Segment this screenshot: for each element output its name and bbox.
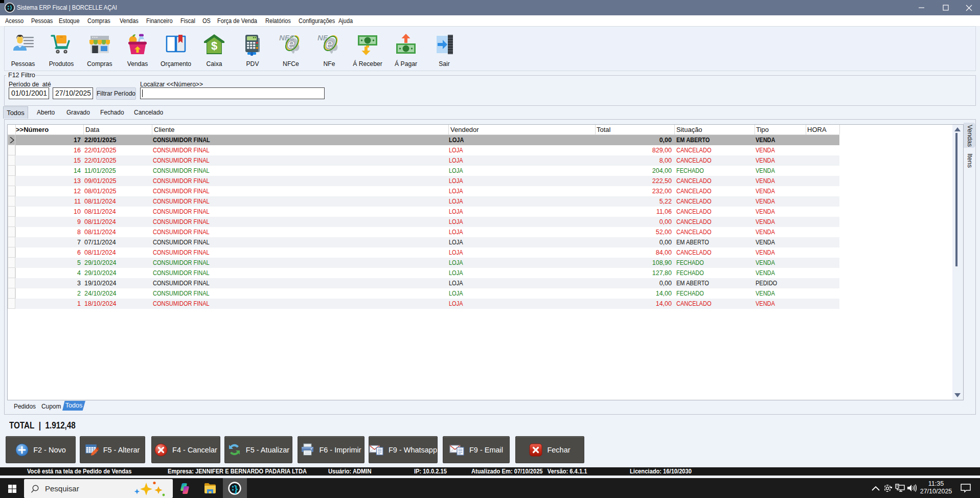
svg-text:}: }	[234, 483, 238, 494]
svg-text:e: e	[326, 36, 333, 52]
svg-text:$: $	[211, 39, 217, 52]
svg-text:e: e	[287, 36, 295, 52]
